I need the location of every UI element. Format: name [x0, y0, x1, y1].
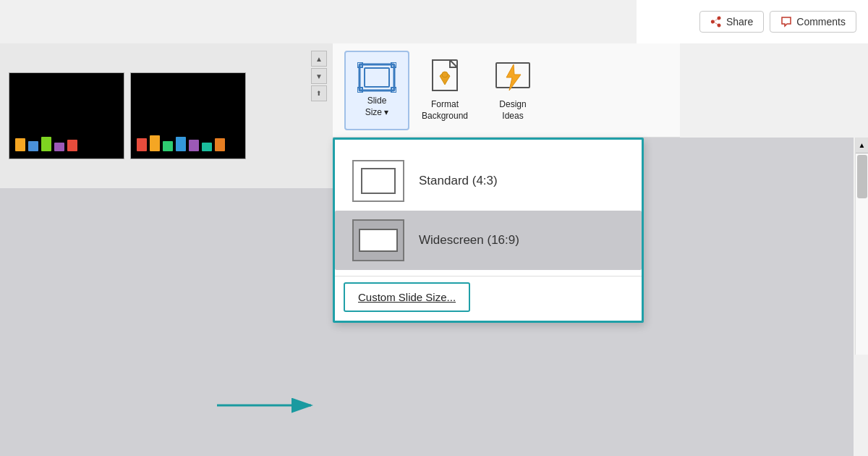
standard-thumb-inner — [361, 168, 396, 194]
format-background-icon — [425, 59, 464, 96]
scroll-up-button[interactable]: ▲ — [856, 138, 869, 153]
design-ideas-label: Design Ideas — [499, 99, 526, 122]
standard-label: Standard (4:3) — [419, 174, 498, 188]
slide-thumb-2[interactable] — [130, 72, 246, 159]
slide-size-icon — [357, 62, 396, 93]
scroll-collapse-arrow[interactable]: ⬆ — [311, 85, 327, 101]
scroll-track[interactable] — [856, 153, 868, 355]
format-background-button[interactable]: Format Background — [412, 51, 477, 130]
comments-icon — [780, 16, 792, 28]
slide-size-button[interactable]: Slide Size ▾ — [344, 51, 409, 130]
svg-rect-1 — [365, 68, 389, 87]
svg-point-7 — [442, 72, 448, 77]
ribbon-group: Slide Size ▾ Format Background — [333, 43, 680, 138]
slide-size-label: Slide Size ▾ — [365, 96, 389, 118]
standard-size-option[interactable]: Standard (4:3) — [335, 151, 642, 211]
scroll-thumb — [857, 155, 867, 198]
scroll-down-arrow[interactable]: ▼ — [311, 68, 327, 84]
scroll-up-arrow[interactable]: ▲ — [311, 51, 327, 67]
right-scrollbar: ▲ — [855, 138, 868, 355]
share-label: Share — [726, 16, 753, 28]
comments-label: Comments — [796, 16, 846, 28]
comments-button[interactable]: Comments — [770, 11, 856, 33]
slide-panel: ▲ ▼ ⬆ — [0, 43, 333, 188]
format-background-label: Format Background — [422, 99, 468, 122]
share-icon — [710, 16, 722, 28]
widescreen-thumb-inner — [359, 229, 398, 252]
widescreen-label: Widescreen (16:9) — [419, 233, 519, 248]
slide-thumb-1[interactable] — [9, 72, 124, 159]
arrow-indicator — [210, 384, 326, 423]
share-button[interactable]: Share — [699, 11, 764, 33]
menu-divider — [335, 276, 642, 276]
custom-slide-size-button[interactable]: Custom Slide Size... — [344, 282, 470, 312]
design-ideas-icon — [493, 59, 532, 96]
standard-thumb — [352, 160, 404, 202]
pointer-arrow — [210, 384, 326, 420]
widescreen-size-option[interactable]: Widescreen (16:9) — [335, 211, 642, 270]
top-bar: Share Comments — [637, 0, 868, 43]
design-ideas-button[interactable]: Design Ideas — [480, 51, 545, 130]
slide-size-dropdown: Standard (4:3) Widescreen (16:9) Custom … — [333, 138, 644, 323]
widescreen-thumb — [352, 219, 404, 261]
custom-slide-size-label: Custom Slide Size... — [358, 291, 456, 303]
scroll-arrows: ▲ ▼ ⬆ — [311, 51, 327, 101]
